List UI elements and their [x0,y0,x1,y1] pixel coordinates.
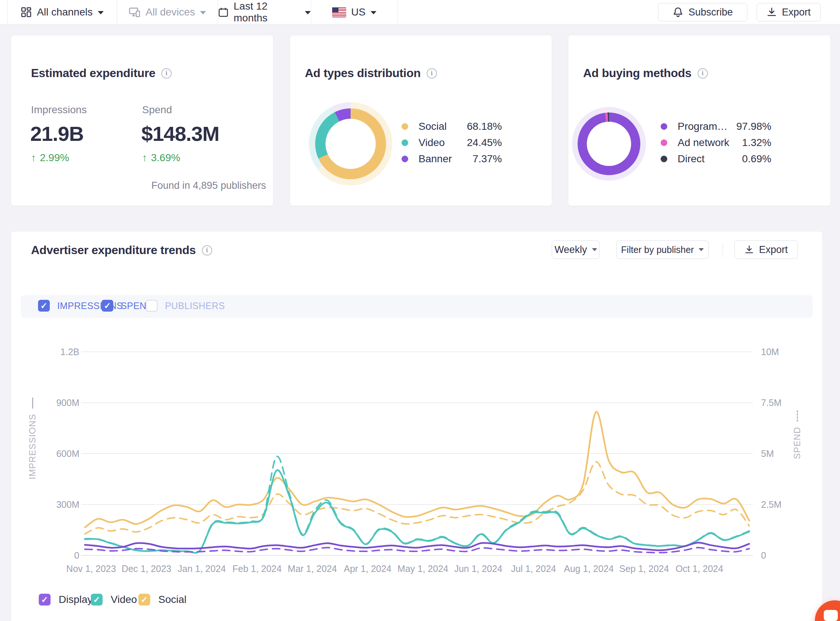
x-axis-tick: Oct 1, 2024 [675,563,723,574]
x-axis-tick: Sep 1, 2024 [619,563,669,574]
x-axis-tick: Jul 1, 2024 [511,563,556,574]
right-axis-tick: 2.5M [761,499,782,510]
series-video-impressions [85,470,749,553]
right-axis-tick: 10M [761,347,779,357]
dashed-line-sample-icon [797,410,798,421]
x-axis-tick: Jan 1, 2024 [178,563,226,574]
solid-line-sample-icon [32,398,33,409]
left-axis-tick: 1.2B [37,347,79,357]
checkbox[interactable]: ✓ [138,594,150,606]
legend-toggle-video[interactable]: ✓ Video [91,594,137,606]
trends-line-chart [0,0,840,621]
series-social-spend [85,462,749,534]
series-social-impressions [85,412,749,528]
left-axis-tick: 0 [37,550,79,561]
x-axis-tick: Jun 1, 2024 [454,563,502,574]
x-axis-tick: Feb 1, 2024 [232,563,282,574]
legend-label: Social [158,594,186,606]
series-display-impressions [85,542,749,550]
checkbox[interactable]: ✓ [39,594,50,606]
legend-label: Display [59,594,93,606]
legend-label: Video [111,594,137,606]
legend-toggle-display[interactable]: ✓ Display [39,594,93,606]
right-axis-title: SPEND [792,410,802,459]
checkbox[interactable]: ✓ [91,594,103,606]
x-axis-tick: Nov 1, 2023 [67,563,116,574]
left-axis-tick: 300M [37,499,79,510]
legend-toggle-social[interactable]: ✓ Social [138,594,186,606]
right-axis-tick: 5M [761,448,774,459]
left-axis-tick: 600M [37,448,79,459]
x-axis-tick: May 1, 2024 [398,563,448,574]
right-axis-tick: 0 [761,550,766,561]
right-axis-tick: 7.5M [761,398,782,408]
left-axis-title: IMPRESSIONS [27,398,38,479]
left-axis-tick: 900M [37,398,79,408]
chat-icon [824,610,838,621]
x-axis-tick: Mar 1, 2024 [288,563,337,574]
x-axis-tick: Apr 1, 2024 [343,563,391,574]
x-axis-tick: Aug 1, 2024 [564,563,614,574]
x-axis-tick: Dec 1, 2023 [122,563,171,574]
